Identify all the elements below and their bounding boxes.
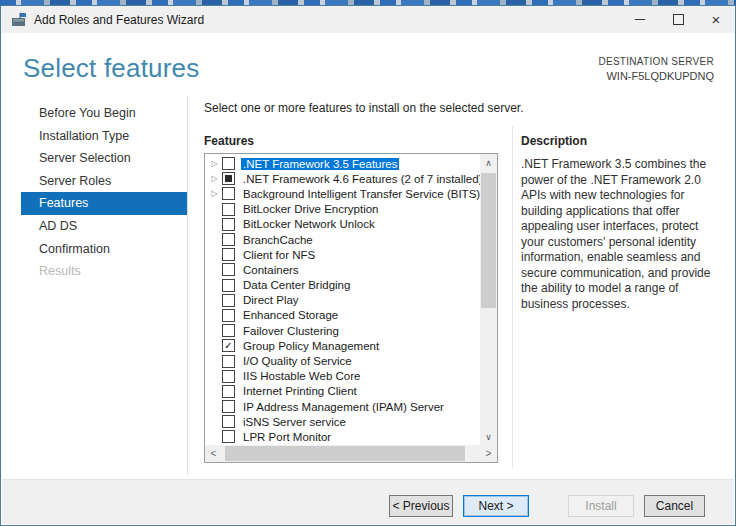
feature-label: I/O Quality of Service	[241, 355, 354, 367]
feature-label: iSNS Server service	[241, 416, 348, 428]
sidebar-item-features[interactable]: Features	[21, 192, 187, 215]
feature-row[interactable]: Failover Clustering	[205, 323, 480, 338]
window-title: Add Roles and Features Wizard	[34, 13, 621, 27]
destination-server-name: WIN-F5LQDKUPDNQ	[598, 70, 714, 82]
wizard-window: Add Roles and Features Wizard × Select f…	[0, 5, 736, 526]
feature-checkbox[interactable]	[222, 400, 235, 413]
feature-row[interactable]: iSNS Server service	[205, 414, 480, 429]
sidebar-item-installation-type[interactable]: Installation Type	[21, 125, 187, 148]
feature-checkbox[interactable]	[222, 324, 235, 337]
feature-label: BitLocker Drive Encryption	[241, 203, 381, 215]
scroll-up-button[interactable]: ∧	[480, 154, 497, 171]
feature-row[interactable]: ▷.NET Framework 3.5 Features	[205, 156, 480, 171]
vertical-scrollbar[interactable]: ∧ ∨	[480, 154, 497, 445]
feature-row[interactable]: BitLocker Network Unlock	[205, 217, 480, 232]
sidebar-item-server-roles[interactable]: Server Roles	[21, 170, 187, 193]
feature-checkbox[interactable]	[222, 203, 235, 216]
expander-icon[interactable]: ▷	[208, 156, 221, 171]
horizontal-scrollbar[interactable]: < >	[205, 445, 497, 462]
feature-row[interactable]: Direct Play	[205, 293, 480, 308]
titlebar: Add Roles and Features Wizard ×	[1, 6, 735, 33]
feature-label: Client for NFS	[241, 249, 317, 261]
sidebar-item-results: Results	[21, 260, 187, 283]
feature-checkbox[interactable]	[222, 370, 235, 383]
minimize-icon	[635, 19, 645, 20]
feature-checkbox[interactable]	[222, 172, 235, 185]
feature-checkbox[interactable]	[222, 309, 235, 322]
feature-checkbox[interactable]	[222, 263, 235, 276]
feature-checkbox[interactable]	[222, 415, 235, 428]
next-button[interactable]: Next >	[463, 495, 529, 517]
feature-label: Direct Play	[241, 294, 301, 306]
page-title: Select features	[23, 53, 199, 84]
feature-checkbox[interactable]	[222, 187, 235, 200]
features-listbox: ▷.NET Framework 3.5 Features▷.NET Framew…	[204, 153, 498, 463]
feature-row[interactable]: Internet Printing Client	[205, 384, 480, 399]
minimize-button[interactable]	[621, 6, 659, 33]
feature-checkbox[interactable]	[222, 233, 235, 246]
feature-row[interactable]: Data Center Bridging	[205, 278, 480, 293]
feature-row[interactable]: ▷Background Intelligent Transfer Service…	[205, 186, 480, 201]
close-icon: ×	[712, 12, 721, 27]
feature-checkbox[interactable]	[222, 279, 235, 292]
scroll-left-button[interactable]: <	[205, 445, 222, 462]
maximize-icon	[673, 14, 684, 25]
feature-label: Containers	[241, 264, 301, 276]
wizard-steps-nav: Before You BeginInstallation TypeServer …	[21, 102, 187, 283]
horizontal-scroll-thumb[interactable]	[225, 446, 465, 461]
app-icon	[11, 12, 27, 28]
feature-label: BranchCache	[241, 234, 315, 246]
sidebar-item-confirmation[interactable]: Confirmation	[21, 238, 187, 261]
feature-row[interactable]: BitLocker Drive Encryption	[205, 202, 480, 217]
feature-checkbox[interactable]	[222, 294, 235, 307]
vertical-scroll-thumb[interactable]	[481, 173, 496, 308]
cancel-button[interactable]: Cancel	[644, 495, 705, 517]
features-list-label: Features	[204, 134, 254, 148]
feature-checkbox[interactable]	[222, 248, 235, 261]
sidebar-item-before-you-begin[interactable]: Before You Begin	[21, 102, 187, 125]
install-button: Install	[568, 495, 634, 517]
feature-label: LPR Port Monitor	[241, 431, 333, 443]
feature-row[interactable]: LPR Port Monitor	[205, 429, 480, 444]
feature-checkbox[interactable]	[222, 218, 235, 231]
expander-icon[interactable]: ▷	[208, 186, 221, 201]
close-button[interactable]: ×	[697, 6, 735, 33]
feature-checkbox[interactable]	[222, 385, 235, 398]
feature-label: .NET Framework 4.6 Features (2 of 7 inst…	[241, 173, 480, 185]
feature-checkbox[interactable]: ✓	[222, 339, 235, 352]
destination-server-label: DESTINATION SERVER	[598, 56, 714, 67]
sidebar-item-server-selection[interactable]: Server Selection	[21, 147, 187, 170]
feature-row[interactable]: IP Address Management (IPAM) Server	[205, 399, 480, 414]
feature-checkbox[interactable]	[222, 157, 235, 170]
feature-checkbox[interactable]	[222, 430, 235, 443]
nav-content-divider	[187, 96, 188, 475]
feature-row[interactable]: BranchCache	[205, 232, 480, 247]
feature-label: BitLocker Network Unlock	[241, 218, 377, 230]
feature-row[interactable]: Enhanced Storage	[205, 308, 480, 323]
feature-label: IP Address Management (IPAM) Server	[241, 401, 446, 413]
screen: Add Roles and Features Wizard × Select f…	[0, 0, 736, 526]
feature-label: IIS Hostable Web Core	[241, 370, 362, 382]
feature-checkbox[interactable]	[222, 355, 235, 368]
feature-label: Internet Printing Client	[241, 385, 359, 397]
feature-rows: ▷.NET Framework 3.5 Features▷.NET Framew…	[205, 156, 480, 445]
feature-row[interactable]: IIS Hostable Web Core	[205, 369, 480, 384]
sidebar-item-ad-ds[interactable]: AD DS	[21, 215, 187, 238]
description-divider	[512, 126, 513, 468]
window-controls: ×	[621, 6, 735, 33]
maximize-button[interactable]	[659, 6, 697, 33]
feature-row[interactable]: I/O Quality of Service	[205, 353, 480, 368]
feature-label: Enhanced Storage	[241, 309, 340, 321]
feature-label: .NET Framework 3.5 Features	[241, 158, 399, 170]
feature-row[interactable]: ▷.NET Framework 4.6 Features (2 of 7 ins…	[205, 171, 480, 186]
footer-bar: < PreviousNext >InstallCancel	[2, 479, 734, 524]
expander-icon[interactable]: ▷	[208, 171, 221, 186]
feature-label: Background Intelligent Transfer Service …	[241, 188, 480, 200]
scroll-down-button[interactable]: ∨	[480, 428, 497, 445]
feature-row[interactable]: Client for NFS	[205, 247, 480, 262]
feature-row[interactable]: Containers	[205, 262, 480, 277]
previous-button[interactable]: < Previous	[389, 495, 453, 517]
description-body: .NET Framework 3.5 combines the power of…	[521, 157, 718, 312]
scroll-right-button[interactable]: >	[480, 445, 497, 462]
feature-row[interactable]: ✓Group Policy Management	[205, 338, 480, 353]
